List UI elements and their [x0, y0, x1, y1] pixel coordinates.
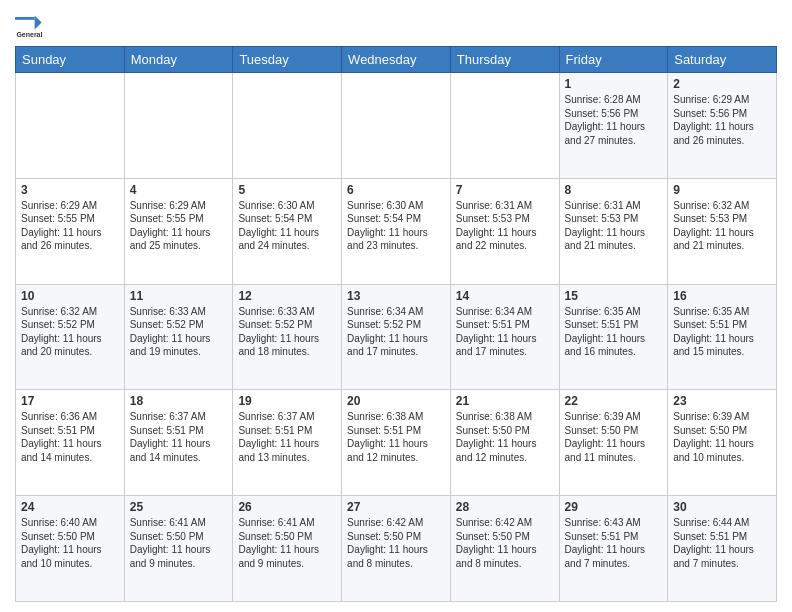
calendar-cell: 11Sunrise: 6:33 AM Sunset: 5:52 PM Dayli…: [124, 284, 233, 390]
day-number: 30: [673, 500, 771, 514]
day-number: 5: [238, 183, 336, 197]
cell-info: Sunrise: 6:33 AM Sunset: 5:52 PM Dayligh…: [238, 305, 336, 359]
calendar-cell: 16Sunrise: 6:35 AM Sunset: 5:51 PM Dayli…: [668, 284, 777, 390]
day-number: 11: [130, 289, 228, 303]
calendar-cell: 29Sunrise: 6:43 AM Sunset: 5:51 PM Dayli…: [559, 496, 668, 602]
calendar-cell: 7Sunrise: 6:31 AM Sunset: 5:53 PM Daylig…: [450, 178, 559, 284]
day-number: 16: [673, 289, 771, 303]
cell-info: Sunrise: 6:31 AM Sunset: 5:53 PM Dayligh…: [565, 199, 663, 253]
calendar-cell: 25Sunrise: 6:41 AM Sunset: 5:50 PM Dayli…: [124, 496, 233, 602]
cell-info: Sunrise: 6:35 AM Sunset: 5:51 PM Dayligh…: [565, 305, 663, 359]
cell-info: Sunrise: 6:28 AM Sunset: 5:56 PM Dayligh…: [565, 93, 663, 147]
cell-info: Sunrise: 6:30 AM Sunset: 5:54 PM Dayligh…: [238, 199, 336, 253]
calendar-cell: 2Sunrise: 6:29 AM Sunset: 5:56 PM Daylig…: [668, 73, 777, 179]
calendar-table: SundayMondayTuesdayWednesdayThursdayFrid…: [15, 46, 777, 602]
calendar-cell: 24Sunrise: 6:40 AM Sunset: 5:50 PM Dayli…: [16, 496, 125, 602]
cell-info: Sunrise: 6:34 AM Sunset: 5:52 PM Dayligh…: [347, 305, 445, 359]
day-number: 29: [565, 500, 663, 514]
calendar-cell: 10Sunrise: 6:32 AM Sunset: 5:52 PM Dayli…: [16, 284, 125, 390]
logo-icon: General: [15, 10, 43, 38]
calendar-cell: 21Sunrise: 6:38 AM Sunset: 5:50 PM Dayli…: [450, 390, 559, 496]
cell-info: Sunrise: 6:34 AM Sunset: 5:51 PM Dayligh…: [456, 305, 554, 359]
day-number: 25: [130, 500, 228, 514]
calendar-cell: 19Sunrise: 6:37 AM Sunset: 5:51 PM Dayli…: [233, 390, 342, 496]
calendar-cell: 14Sunrise: 6:34 AM Sunset: 5:51 PM Dayli…: [450, 284, 559, 390]
calendar-cell: 26Sunrise: 6:41 AM Sunset: 5:50 PM Dayli…: [233, 496, 342, 602]
calendar-cell: 20Sunrise: 6:38 AM Sunset: 5:51 PM Dayli…: [342, 390, 451, 496]
weekday-header-friday: Friday: [559, 47, 668, 73]
calendar-cell: [16, 73, 125, 179]
calendar-cell: 12Sunrise: 6:33 AM Sunset: 5:52 PM Dayli…: [233, 284, 342, 390]
weekday-header-wednesday: Wednesday: [342, 47, 451, 73]
calendar-cell: 30Sunrise: 6:44 AM Sunset: 5:51 PM Dayli…: [668, 496, 777, 602]
day-number: 4: [130, 183, 228, 197]
header: General: [15, 10, 777, 38]
calendar-cell: 3Sunrise: 6:29 AM Sunset: 5:55 PM Daylig…: [16, 178, 125, 284]
cell-info: Sunrise: 6:39 AM Sunset: 5:50 PM Dayligh…: [565, 410, 663, 464]
day-number: 17: [21, 394, 119, 408]
day-number: 14: [456, 289, 554, 303]
logo: General: [15, 10, 47, 38]
calendar-cell: 28Sunrise: 6:42 AM Sunset: 5:50 PM Dayli…: [450, 496, 559, 602]
svg-text:General: General: [16, 31, 42, 38]
calendar-cell: [450, 73, 559, 179]
cell-info: Sunrise: 6:38 AM Sunset: 5:50 PM Dayligh…: [456, 410, 554, 464]
cell-info: Sunrise: 6:30 AM Sunset: 5:54 PM Dayligh…: [347, 199, 445, 253]
svg-marker-1: [35, 16, 42, 30]
cell-info: Sunrise: 6:37 AM Sunset: 5:51 PM Dayligh…: [238, 410, 336, 464]
cell-info: Sunrise: 6:32 AM Sunset: 5:52 PM Dayligh…: [21, 305, 119, 359]
calendar-cell: 13Sunrise: 6:34 AM Sunset: 5:52 PM Dayli…: [342, 284, 451, 390]
weekday-header-thursday: Thursday: [450, 47, 559, 73]
calendar-cell: [124, 73, 233, 179]
cell-info: Sunrise: 6:29 AM Sunset: 5:55 PM Dayligh…: [130, 199, 228, 253]
day-number: 10: [21, 289, 119, 303]
cell-info: Sunrise: 6:40 AM Sunset: 5:50 PM Dayligh…: [21, 516, 119, 570]
cell-info: Sunrise: 6:42 AM Sunset: 5:50 PM Dayligh…: [347, 516, 445, 570]
day-number: 18: [130, 394, 228, 408]
calendar-cell: 23Sunrise: 6:39 AM Sunset: 5:50 PM Dayli…: [668, 390, 777, 496]
day-number: 3: [21, 183, 119, 197]
cell-info: Sunrise: 6:31 AM Sunset: 5:53 PM Dayligh…: [456, 199, 554, 253]
svg-rect-2: [15, 17, 35, 20]
calendar-cell: 4Sunrise: 6:29 AM Sunset: 5:55 PM Daylig…: [124, 178, 233, 284]
calendar-cell: 5Sunrise: 6:30 AM Sunset: 5:54 PM Daylig…: [233, 178, 342, 284]
day-number: 22: [565, 394, 663, 408]
day-number: 9: [673, 183, 771, 197]
weekday-header-monday: Monday: [124, 47, 233, 73]
weekday-header-tuesday: Tuesday: [233, 47, 342, 73]
day-number: 21: [456, 394, 554, 408]
cell-info: Sunrise: 6:36 AM Sunset: 5:51 PM Dayligh…: [21, 410, 119, 464]
day-number: 26: [238, 500, 336, 514]
calendar-cell: 1Sunrise: 6:28 AM Sunset: 5:56 PM Daylig…: [559, 73, 668, 179]
cell-info: Sunrise: 6:29 AM Sunset: 5:56 PM Dayligh…: [673, 93, 771, 147]
cell-info: Sunrise: 6:32 AM Sunset: 5:53 PM Dayligh…: [673, 199, 771, 253]
calendar-cell: 27Sunrise: 6:42 AM Sunset: 5:50 PM Dayli…: [342, 496, 451, 602]
cell-info: Sunrise: 6:35 AM Sunset: 5:51 PM Dayligh…: [673, 305, 771, 359]
day-number: 6: [347, 183, 445, 197]
day-number: 13: [347, 289, 445, 303]
calendar-cell: [342, 73, 451, 179]
weekday-header-saturday: Saturday: [668, 47, 777, 73]
cell-info: Sunrise: 6:37 AM Sunset: 5:51 PM Dayligh…: [130, 410, 228, 464]
day-number: 24: [21, 500, 119, 514]
calendar-cell: [233, 73, 342, 179]
cell-info: Sunrise: 6:44 AM Sunset: 5:51 PM Dayligh…: [673, 516, 771, 570]
day-number: 20: [347, 394, 445, 408]
cell-info: Sunrise: 6:41 AM Sunset: 5:50 PM Dayligh…: [238, 516, 336, 570]
calendar-cell: 8Sunrise: 6:31 AM Sunset: 5:53 PM Daylig…: [559, 178, 668, 284]
calendar-cell: 15Sunrise: 6:35 AM Sunset: 5:51 PM Dayli…: [559, 284, 668, 390]
calendar-cell: 6Sunrise: 6:30 AM Sunset: 5:54 PM Daylig…: [342, 178, 451, 284]
cell-info: Sunrise: 6:39 AM Sunset: 5:50 PM Dayligh…: [673, 410, 771, 464]
calendar-cell: 22Sunrise: 6:39 AM Sunset: 5:50 PM Dayli…: [559, 390, 668, 496]
cell-info: Sunrise: 6:41 AM Sunset: 5:50 PM Dayligh…: [130, 516, 228, 570]
day-number: 1: [565, 77, 663, 91]
cell-info: Sunrise: 6:29 AM Sunset: 5:55 PM Dayligh…: [21, 199, 119, 253]
calendar-cell: 18Sunrise: 6:37 AM Sunset: 5:51 PM Dayli…: [124, 390, 233, 496]
day-number: 2: [673, 77, 771, 91]
weekday-header-sunday: Sunday: [16, 47, 125, 73]
cell-info: Sunrise: 6:42 AM Sunset: 5:50 PM Dayligh…: [456, 516, 554, 570]
cell-info: Sunrise: 6:33 AM Sunset: 5:52 PM Dayligh…: [130, 305, 228, 359]
day-number: 7: [456, 183, 554, 197]
calendar-cell: 17Sunrise: 6:36 AM Sunset: 5:51 PM Dayli…: [16, 390, 125, 496]
calendar-cell: 9Sunrise: 6:32 AM Sunset: 5:53 PM Daylig…: [668, 178, 777, 284]
